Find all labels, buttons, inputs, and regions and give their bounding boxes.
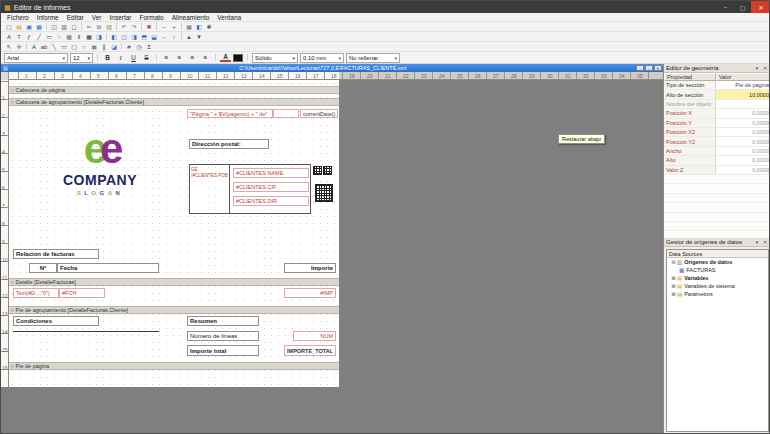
property-name[interactable]: Tipo de sección — [664, 81, 716, 89]
save-all-icon[interactable]: ▦ — [34, 22, 44, 31]
property-value[interactable]: 0,0000 — [716, 119, 770, 127]
band-page-footer[interactable]: ▿Pie de página — [9, 362, 339, 370]
italic-button[interactable]: I — [115, 53, 126, 63]
label-resumen[interactable]: Resumen — [187, 316, 259, 326]
line-tool-icon[interactable]: ╲ — [49, 42, 59, 51]
field-detail-importe[interactable]: #IMP — [284, 288, 336, 298]
align-center-horizontal-icon[interactable]: ◫ — [119, 32, 129, 41]
tree-item-facturas[interactable]: ▦FACTURAS — [667, 266, 768, 274]
chart-icon[interactable]: ◧ — [194, 22, 204, 31]
menu-insertar[interactable]: Insertar — [105, 14, 135, 21]
tree-expander-icon[interactable]: ⊟ — [670, 259, 677, 265]
window-close-icon[interactable]: ✕ — [751, 1, 770, 13]
document-minimize-button[interactable]: – — [636, 65, 644, 71]
align-center-icon[interactable]: ≡ — [174, 53, 185, 63]
align-left-icon[interactable]: ≡ — [161, 53, 172, 63]
field-clientes-dir[interactable]: #CLIENTES.DIR — [233, 196, 309, 206]
menu-ver[interactable]: Ver — [88, 14, 106, 21]
field-detail-fecha[interactable]: #FCH — [59, 288, 105, 298]
column-header-numero[interactable]: Nº — [29, 263, 57, 273]
panel-close-icon[interactable]: ✕ — [761, 65, 769, 71]
document-titlebar[interactable]: ▤ C:\Users\ricardo\Yahoo\Lecturas\727,0,… — [1, 64, 663, 72]
property-value[interactable]: 0,0000 — [716, 156, 770, 164]
qr-code-icon[interactable] — [315, 184, 333, 202]
align-right-icon[interactable]: ≡ — [187, 53, 198, 63]
property-name[interactable]: Valor Z — [664, 166, 716, 174]
sum-tool-icon[interactable]: Σ — [144, 42, 154, 51]
company-logo[interactable]: ee COMPANY SLOGAN — [45, 126, 155, 196]
table-grid-icon[interactable]: ▦ — [184, 22, 194, 31]
align-left-edges-icon[interactable]: ◧ — [109, 32, 119, 41]
chart-tool-icon[interactable]: ◪ — [109, 42, 119, 51]
column-header-importe[interactable]: Importe — [284, 263, 336, 273]
field-numero-lineas[interactable]: NUM — [293, 331, 336, 341]
tree-expander-icon[interactable]: ⊞ — [670, 291, 677, 297]
insert-rectangle-icon[interactable]: ▭ — [44, 32, 54, 41]
date-tool-icon[interactable]: ◷ — [134, 42, 144, 51]
section-collapse-icon[interactable]: ▿ — [11, 279, 14, 285]
label-numero-lineas[interactable]: Número de líneas — [187, 331, 259, 341]
column-valor[interactable]: Valor — [716, 73, 770, 81]
line-style-select[interactable]: Sólido▾ — [252, 53, 298, 63]
report-canvas[interactable]: ▿Cabecera de página ▿Cabecera de agrupam… — [9, 80, 339, 387]
property-value[interactable] — [716, 100, 770, 108]
panel-menu-icon[interactable]: ▾ — [753, 65, 761, 71]
section-collapse-icon[interactable]: ▿ — [11, 87, 14, 93]
property-value[interactable]: 0,0000 — [716, 109, 770, 117]
insert-barcode-icon[interactable]: ‖ — [74, 32, 84, 41]
menu-alineamiento[interactable]: Alineamiento — [168, 14, 214, 21]
property-name[interactable]: Posición X2 — [664, 128, 716, 136]
bring-to-front-icon[interactable]: ▲ — [184, 32, 194, 41]
fill-mode-select[interactable]: No rellenar▾ — [346, 53, 400, 63]
page-number-tool-icon[interactable]: # — [124, 42, 134, 51]
open-report-icon[interactable]: ▤ — [14, 22, 24, 31]
menu-ventana[interactable]: Ventana — [213, 14, 245, 21]
property-value[interactable]: 0,0000 — [716, 137, 770, 145]
print-setup-icon[interactable]: ◫ — [49, 22, 59, 31]
panel-close-icon[interactable]: ✕ — [761, 239, 769, 245]
send-to-back-icon[interactable]: ▼ — [194, 32, 204, 41]
tree-item-parametros[interactable]: ⊞▤Parámetros — [667, 290, 768, 298]
save-report-icon[interactable]: ▣ — [24, 22, 34, 31]
align-bottom-edges-icon[interactable]: ⬓ — [149, 32, 159, 41]
delete-icon[interactable]: ✖ — [144, 22, 154, 31]
column-header-fecha[interactable]: Fecha — [57, 263, 159, 273]
qr-code-icon[interactable] — [313, 166, 322, 175]
label-condiciones[interactable]: Condiciones — [13, 316, 99, 326]
align-right-edges-icon[interactable]: ◨ — [129, 32, 139, 41]
cut-icon[interactable]: ✂ — [84, 22, 94, 31]
align-top-edges-icon[interactable]: ⬒ — [139, 32, 149, 41]
underline-button[interactable]: U — [128, 53, 139, 63]
datasource-panel-titlebar[interactable]: Gestor de orígenes de datos ▾ ✕ — [664, 238, 770, 247]
window-minimize-icon[interactable]: – — [717, 1, 734, 13]
field-clientes-cif[interactable]: #CLIENTES.CIF — [233, 182, 309, 192]
band-detail[interactable]: ▿Detalle [DetalleFacturas] — [9, 278, 339, 286]
tree-item-variables[interactable]: ⊞▤Variables — [667, 274, 768, 282]
column-propiedad[interactable]: Propiedad — [664, 73, 716, 81]
field-clientes-name[interactable]: #CLIENTES.NAME — [233, 168, 309, 178]
pan-hand-icon[interactable]: ✛ — [14, 42, 24, 51]
menu-formato[interactable]: Formato — [136, 14, 168, 21]
window-maximize-icon[interactable]: ▢ — [734, 1, 751, 13]
font-family-select[interactable]: Arial▾ — [4, 53, 68, 63]
field-current-date[interactable]: currentDate() — [300, 109, 338, 118]
image-tool-icon[interactable]: ▣ — [89, 42, 99, 51]
postal-address-box[interactable]: GE (#CLIENTES.POB #CLIENTES.NAME #CLIENT… — [189, 164, 311, 214]
line-width-select[interactable]: 0,10 mm▾ — [300, 53, 344, 63]
new-report-icon[interactable]: ▢ — [4, 22, 14, 31]
insert-expression-icon[interactable]: ƒ — [24, 32, 34, 41]
label-importe-total[interactable]: Importe total — [187, 345, 259, 356]
tree-expander-icon[interactable]: ⊞ — [670, 275, 677, 281]
tree-item-origenes-de-datos[interactable]: ⊟▥Orígenes de datos — [667, 258, 768, 266]
property-value[interactable]: 0,0000 — [716, 128, 770, 136]
strikethrough-button[interactable]: S — [141, 53, 152, 63]
panel-menu-icon[interactable]: ▾ — [753, 239, 761, 245]
qr-code-icon[interactable] — [323, 166, 332, 175]
tree-item-variables-de-sistema[interactable]: ⊞▤Variables de sistema — [667, 282, 768, 290]
document-close-button[interactable]: ✕ — [654, 65, 662, 71]
insert-image-icon[interactable]: ▩ — [64, 32, 74, 41]
redo-icon[interactable]: ↷ — [129, 22, 139, 31]
property-value[interactable]: 0,0000 — [716, 147, 770, 155]
property-name[interactable]: Posición Y — [664, 119, 716, 127]
property-value[interactable]: 10,0000 — [716, 90, 770, 98]
